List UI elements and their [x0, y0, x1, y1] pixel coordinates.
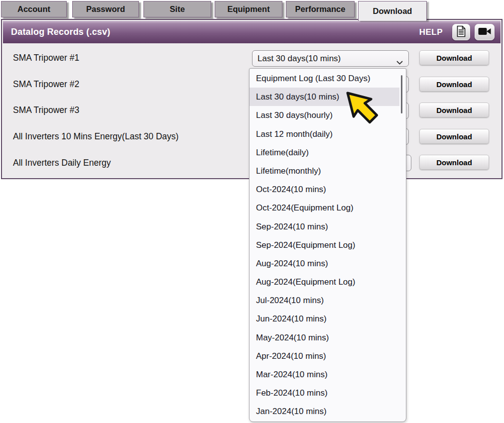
dropdown-scrollbar-thumb[interactable] — [401, 75, 402, 113]
tab-bar: Account Password Site Equipment Performa… — [0, 0, 504, 19]
help-link[interactable]: HELP — [419, 27, 443, 37]
chevron-down-icon — [396, 57, 403, 67]
dropdown-option[interactable]: May-2024(10 mins) — [250, 328, 406, 347]
dropdown-option[interactable]: Feb-2024(10 mins) — [250, 384, 406, 402]
video-camera-icon — [478, 27, 491, 38]
dropdown-option[interactable]: Oct-2024(10 mins) — [250, 180, 406, 199]
dropdown-option[interactable]: Mar-2024(10 mins) — [250, 365, 406, 384]
dropdown-option[interactable]: Aug-2024(10 mins) — [250, 254, 406, 273]
download-button-4[interactable]: Download — [419, 129, 489, 144]
row-label: All Inverters 10 Mins Energy(Last 30 Day… — [13, 131, 179, 142]
range-dropdown-list: Equipment Log (Last 30 Days) Last 30 day… — [249, 68, 406, 422]
tab-download[interactable]: Download — [358, 1, 427, 21]
row-label: All Inverters Daily Energy — [13, 158, 111, 168]
document-icon — [456, 25, 466, 39]
range-select-value: Last 30 days(10 mins) — [257, 54, 341, 64]
row-label: SMA Tripower #1 — [13, 53, 79, 63]
range-select-1[interactable]: Last 30 days(10 mins) — [252, 50, 409, 67]
dropdown-option[interactable]: Jan-2024(10 mins) — [250, 402, 406, 421]
tab-account[interactable]: Account — [1, 1, 67, 17]
dropdown-option[interactable]: Equipment Log (Last 30 Days) — [250, 69, 406, 88]
tab-equipment[interactable]: Equipment — [215, 1, 282, 17]
row-label: SMA Tripower #2 — [13, 79, 79, 90]
tab-site[interactable]: Site — [143, 1, 211, 17]
download-button-2[interactable]: Download — [419, 77, 489, 92]
panel-header: Datalog Records (.csv) HELP — [3, 21, 501, 43]
download-button-3[interactable]: Download — [419, 103, 489, 117]
row-label: SMA Tripower #3 — [13, 105, 79, 115]
document-help-button[interactable] — [452, 24, 470, 40]
dropdown-option[interactable]: Apr-2024(10 mins) — [250, 347, 406, 365]
tab-password[interactable]: Password — [72, 1, 139, 17]
dropdown-option-highlighted[interactable]: Last 30 days(10 mins) — [250, 88, 399, 106]
dropdown-option[interactable]: Last 30 days(hourly) — [250, 106, 406, 124]
header-actions: HELP — [419, 21, 495, 43]
tab-performance[interactable]: Performance — [286, 1, 355, 17]
download-button-1[interactable]: Download — [419, 50, 489, 65]
dropdown-option[interactable]: Jun-2024(10 mins) — [250, 310, 406, 328]
dropdown-option[interactable]: Sep-2024(10 mins) — [250, 217, 406, 236]
video-help-button[interactable] — [475, 24, 495, 40]
dropdown-option[interactable]: Sep-2024(Equipment Log) — [250, 236, 406, 254]
dropdown-option[interactable]: Oct-2024(Equipment Log) — [250, 199, 406, 217]
dropdown-option[interactable]: Aug-2024(Equipment Log) — [250, 273, 406, 291]
dropdown-option[interactable]: Lifetime(monthly) — [250, 162, 406, 180]
dropdown-option[interactable]: Last 12 month(daily) — [250, 125, 406, 143]
download-button-5[interactable]: Download — [419, 155, 489, 170]
dropdown-option[interactable]: Lifetime(daily) — [250, 143, 406, 162]
page-title: Datalog Records (.csv) — [3, 27, 110, 37]
dropdown-option[interactable]: Jul-2024(10 mins) — [250, 291, 406, 310]
